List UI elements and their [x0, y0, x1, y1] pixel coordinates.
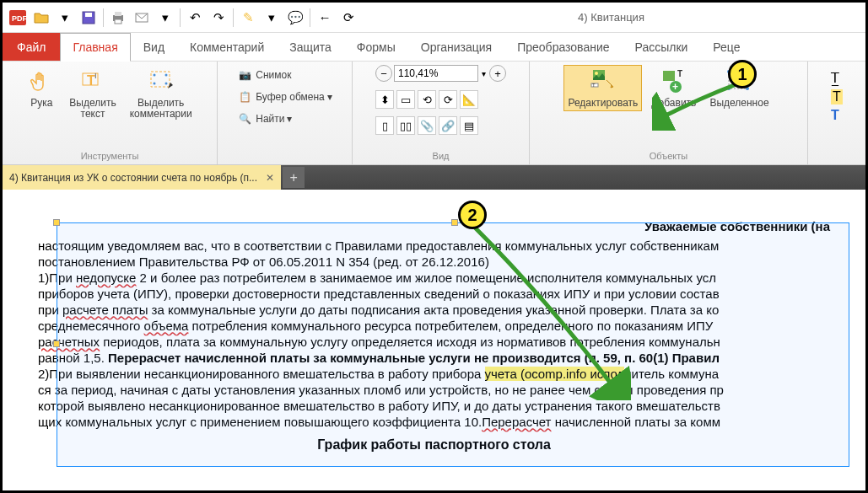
view-icons-row1: ⬍ ▭ ⟲ ⟳ 📐 [375, 90, 478, 109]
camera-icon: 📷 [237, 69, 252, 81]
selection-rect[interactable] [57, 222, 849, 467]
tab-organize[interactable]: Организация [408, 33, 504, 61]
rotate-right-icon[interactable]: ⟳ [439, 90, 457, 109]
svg-point-17 [595, 72, 598, 75]
select-comments-button[interactable]: Выделить комментарии [126, 65, 197, 122]
zoom-in-button[interactable]: + [489, 65, 506, 82]
tab-convert[interactable]: Преобразование [504, 33, 622, 61]
text-tool-icon[interactable]: T̲ [831, 70, 839, 86]
svg-point-13 [164, 74, 167, 77]
highlight-icon[interactable]: ✎ [238, 8, 258, 28]
view-icons-row2: ▯ ▯▯ 📎 🔗 ▤ [375, 116, 478, 135]
svg-text:T: T [677, 69, 682, 78]
hand-button[interactable]: Рука [23, 65, 60, 111]
tab-strip: Файл Главная Вид Комментарий Защита Форм… [3, 33, 865, 62]
zoom-out-button[interactable]: − [375, 65, 392, 82]
tab-protect[interactable]: Защита [277, 33, 344, 61]
hand-icon [27, 67, 56, 96]
separator [233, 8, 234, 27]
svg-rect-3 [85, 13, 92, 17]
save-icon[interactable] [78, 8, 99, 28]
dropdown-icon[interactable]: ▾ [55, 8, 75, 28]
tab-comment[interactable]: Комментарий [177, 33, 277, 61]
back-icon[interactable]: ← [315, 8, 335, 28]
print-icon[interactable] [108, 8, 128, 28]
add-tab-button[interactable]: + [283, 167, 305, 188]
document-tab[interactable]: 4) Квитанция из УК о состоянии счета по … [3, 165, 281, 190]
clipboard-button[interactable]: 📋Буфер обмена ▾ [234, 87, 336, 107]
group-extra: T̲ T T [808, 62, 865, 164]
svg-point-14 [153, 83, 155, 85]
fit-page-icon[interactable]: ▭ [396, 90, 415, 109]
group-label: Инструменты [81, 149, 139, 163]
svg-point-12 [153, 74, 155, 77]
mail-icon[interactable] [132, 8, 152, 28]
callout-1: 1 [728, 60, 757, 88]
page-width-icon[interactable]: ⬍ [375, 90, 394, 109]
comment-icon[interactable]: 💬 [285, 8, 305, 28]
select-text-button[interactable]: TI Выделить текст [65, 65, 120, 122]
dropdown-icon[interactable]: ▾ [261, 8, 282, 28]
two-page-icon[interactable]: ▯▯ [396, 116, 415, 135]
tab-file[interactable]: Файл [3, 33, 60, 61]
resize-handle[interactable] [451, 219, 458, 226]
svg-rect-5 [115, 12, 121, 16]
highlight-tool-icon[interactable]: T [831, 89, 843, 104]
clipboard-icon: 📋 [237, 91, 252, 103]
svg-text:T: T [592, 83, 596, 88]
dropdown-icon[interactable]: ▾ [482, 69, 486, 78]
tab-mail[interactable]: Рассылки [623, 33, 701, 61]
resize-handle[interactable] [53, 340, 60, 347]
select-text-icon: TI [78, 67, 107, 96]
callout-2: 2 [458, 201, 487, 229]
redo-icon[interactable]: ↷ [208, 8, 229, 28]
resize-handle[interactable] [53, 219, 60, 226]
document-tab-bar: 4) Квитанция из УК о состоянии счета по … [3, 165, 865, 190]
nav-icon[interactable]: ▤ [460, 116, 478, 135]
edit-icon: T [589, 67, 617, 96]
dropdown-icon[interactable]: ▾ [155, 8, 175, 28]
zoom-input[interactable] [394, 65, 478, 82]
ruler-icon[interactable]: 📐 [460, 90, 478, 109]
svg-rect-6 [115, 19, 121, 24]
group-label: Вид [433, 149, 450, 163]
attach-icon[interactable]: 📎 [418, 116, 436, 135]
app-icon: PDF [8, 8, 28, 28]
rotate-left-icon[interactable]: ⟲ [418, 90, 436, 109]
document-page: Уважаемые собственники (на настоящим уве… [4, 193, 864, 489]
svg-point-15 [164, 83, 167, 85]
underline-tool-icon[interactable]: T [831, 108, 839, 123]
svg-text:I: I [94, 72, 97, 80]
find-button[interactable]: 🔍Найти ▾ [234, 109, 295, 129]
link-icon[interactable]: 🔗 [439, 116, 457, 135]
group-view: − ▾ + ⬍ ▭ ⟲ ⟳ 📐 ▯ ▯▯ 📎 🔗 ▤ Вид [353, 62, 530, 164]
tab-forms[interactable]: Формы [344, 33, 408, 61]
tab-review[interactable]: Реце [700, 33, 752, 61]
tab-view[interactable]: Вид [131, 33, 177, 61]
tab-main[interactable]: Главная [60, 33, 130, 62]
open-icon[interactable] [31, 8, 51, 28]
arrow-2 [471, 223, 631, 400]
group-label: Объекты [650, 149, 687, 163]
arrow-1 [652, 80, 745, 131]
svg-text:PDF: PDF [12, 14, 27, 23]
separator [103, 8, 104, 27]
separator [310, 8, 310, 27]
quick-access-toolbar: PDF ▾ ▾ ↶ ↷ ✎ ▾ 💬 ← ⟳ 4) Квитанция [3, 3, 865, 33]
group-clipboard: 📷Снимок 📋Буфер обмена ▾ 🔍Найти ▾ [218, 62, 353, 164]
separator [180, 8, 181, 27]
window-title: 4) Квитанция [360, 11, 862, 24]
undo-icon[interactable]: ↶ [185, 8, 205, 28]
zoom-control: − ▾ + [375, 65, 506, 82]
single-page-icon[interactable]: ▯ [375, 116, 394, 135]
edit-button[interactable]: T Редактировать [563, 65, 642, 111]
select-comments-icon [147, 67, 175, 96]
refresh-icon[interactable]: ⟳ [338, 8, 359, 28]
close-tab-icon[interactable]: ✕ [266, 172, 274, 184]
snapshot-button[interactable]: 📷Снимок [234, 65, 294, 85]
group-tools: Рука TI Выделить текст Выделить коммента… [3, 62, 218, 164]
binoculars-icon: 🔍 [237, 113, 252, 125]
